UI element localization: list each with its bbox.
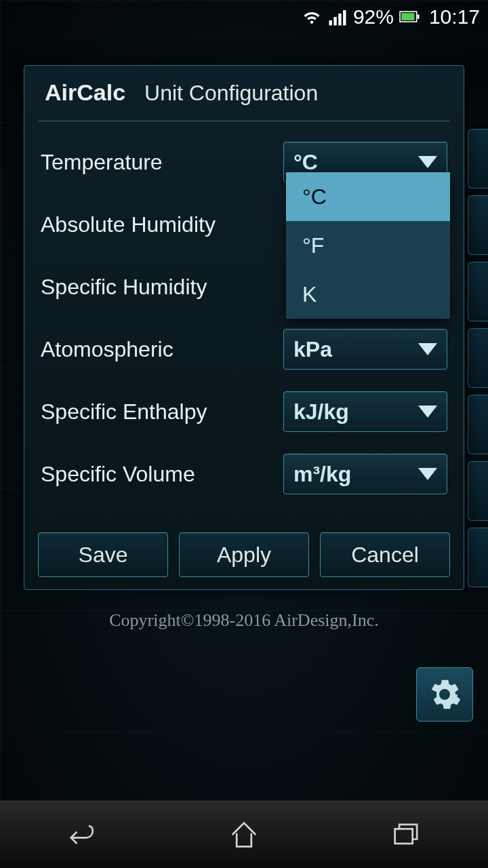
bg-tab-stub	[468, 262, 488, 321]
battery-icon	[399, 7, 420, 27]
dropdown-specific-enthalpy[interactable]: kJ/kg	[283, 391, 447, 432]
bg-tab-stub	[468, 328, 488, 388]
svg-rect-5	[418, 15, 420, 19]
dialog-header: AirCalc Unit Configuration	[38, 79, 450, 121]
home-button[interactable]	[220, 814, 268, 855]
apply-button[interactable]: Apply	[179, 532, 309, 577]
recent-icon	[389, 817, 424, 852]
dropdown-specific-volume[interactable]: m³/kg	[283, 454, 447, 494]
svg-rect-1	[333, 17, 336, 26]
signal-icon	[327, 7, 348, 27]
dropdown-value: m³/kg	[293, 462, 418, 487]
option-fahrenheit[interactable]: °F	[286, 221, 450, 270]
battery-percent: 92%	[353, 5, 394, 28]
status-bar: 92% 10:17	[0, 0, 488, 34]
dropdown-atmospheric[interactable]: kPa	[283, 329, 447, 370]
wifi-icon	[302, 7, 322, 27]
label-specific-enthalpy: Specific Enthalpy	[41, 399, 283, 425]
dialog-title: Unit Configuration	[144, 81, 318, 106]
app-name: AirCalc	[45, 79, 125, 106]
option-celsius[interactable]: °C	[286, 172, 450, 221]
chevron-down-icon	[418, 343, 437, 355]
svg-rect-0	[329, 20, 331, 26]
gear-icon	[428, 678, 461, 711]
dialog-actions: Save Apply Cancel	[38, 532, 450, 577]
option-kelvin[interactable]: K	[286, 270, 450, 319]
row-atmospheric: Atomospheric kPa	[41, 318, 447, 380]
save-button[interactable]: Save	[38, 532, 168, 577]
label-atmospheric: Atomospheric	[41, 337, 283, 362]
copyright-text: Copyright©1998-2016 AirDesign,Inc.	[0, 610, 488, 631]
label-absolute-humidity: Absolute Humidity	[41, 212, 283, 237]
label-temperature: Temperature	[41, 150, 283, 175]
back-button[interactable]	[58, 814, 105, 855]
clock: 10:17	[429, 5, 480, 28]
bg-tab-stub	[468, 528, 488, 587]
recent-apps-button[interactable]	[383, 814, 430, 855]
chevron-down-icon	[418, 468, 437, 480]
bg-tab-stub	[468, 129, 488, 189]
chevron-down-icon	[418, 156, 437, 168]
cancel-button[interactable]: Cancel	[320, 532, 450, 577]
label-specific-volume: Specific Volume	[41, 462, 283, 487]
dropdown-value: kJ/kg	[293, 399, 418, 425]
back-icon	[64, 817, 99, 852]
nav-bar	[0, 800, 488, 868]
svg-rect-3	[343, 10, 346, 26]
chevron-down-icon	[418, 406, 437, 418]
dropdown-value: kPa	[293, 337, 418, 362]
row-specific-volume: Specific Volume m³/kg	[41, 443, 447, 505]
bg-tab-stub	[468, 395, 488, 454]
svg-rect-2	[338, 14, 341, 26]
temperature-dropdown-list: °C °F K	[286, 172, 450, 319]
label-specific-humidity: Specific Humidity	[41, 275, 283, 300]
settings-button[interactable]	[416, 667, 473, 722]
home-icon	[226, 817, 262, 852]
row-specific-enthalpy: Specific Enthalpy kJ/kg	[41, 380, 447, 443]
dropdown-value: °C	[293, 150, 418, 175]
bg-tab-stub	[468, 461, 488, 521]
unit-config-dialog: AirCalc Unit Configuration Temperature °…	[24, 65, 464, 590]
bg-tab-stub	[468, 195, 488, 255]
svg-rect-7	[395, 829, 413, 844]
svg-rect-6	[401, 14, 414, 21]
